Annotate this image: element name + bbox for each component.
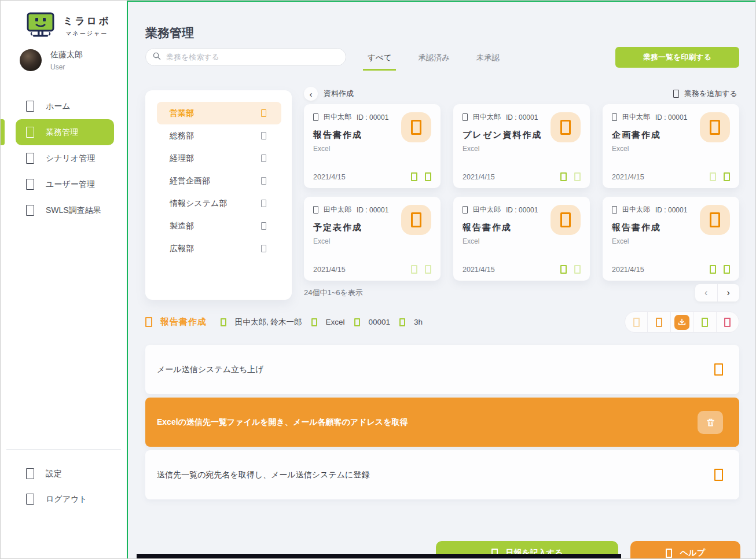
task-card[interactable]: 田中太郎 ID : 00001 プレゼン資料作成 Excel 2021/4/15	[453, 104, 590, 188]
search-box[interactable]	[145, 48, 346, 66]
card-owner: 田中太郎	[473, 205, 501, 215]
status-icon	[710, 265, 716, 274]
person-icon	[463, 206, 468, 214]
next-page-button[interactable]: ›	[718, 284, 740, 301]
step-action-icon[interactable]	[714, 469, 723, 481]
tab-approved[interactable]: 承認済み	[413, 52, 454, 71]
card-date: 2021/4/15	[313, 266, 346, 274]
document-icon	[560, 212, 571, 227]
department-item-public-relations[interactable]: 広報部	[157, 237, 281, 260]
task-type-icon	[401, 205, 431, 235]
sidebar-item-logout[interactable]: ログアウト	[1, 486, 127, 512]
chevron-right-icon	[261, 200, 266, 207]
action-icon	[702, 318, 708, 327]
sidebar-item-label: 業務管理	[46, 127, 78, 138]
card-tool: Excel	[313, 145, 431, 153]
prev-page-button[interactable]: ‹	[695, 284, 718, 301]
task-detail-row: 報告書作成 田中太郎, 鈴木一郎 Excel 00001 3h	[145, 317, 423, 328]
toolbar-action-5[interactable]	[717, 312, 739, 332]
toolbar-action-2[interactable]	[648, 312, 670, 332]
user-profile[interactable]: 佐藤太郎 User	[20, 49, 83, 71]
toolbar-action-4[interactable]	[693, 312, 716, 332]
step-row-selected[interactable]: Excelの送信先一覧ファイルを開き、メール各顧客のアドレスを取得	[145, 398, 739, 447]
department-label: 経営企画部	[170, 176, 210, 186]
app-window: ミラロボ マネージャー 佐藤太郎 User ホーム 業務管理 シナリオ管理	[0, 0, 756, 559]
status-icon	[411, 265, 417, 274]
card-tool: Excel	[313, 237, 431, 245]
sidebar-item-scenario-management[interactable]: シナリオ管理	[1, 145, 127, 171]
robot-logo-icon	[26, 12, 56, 40]
brand-subtitle: マネージャー	[63, 30, 111, 38]
help-button[interactable]: ヘルプ	[630, 541, 740, 559]
sidebar-item-user-management[interactable]: ユーザー管理	[1, 171, 127, 197]
task-group-title: 資料作成	[324, 89, 354, 99]
card-owner: 田中太郎	[324, 112, 351, 122]
task-card[interactable]: 田中太郎 ID : 00001 予定表作成 Excel 2021/4/15	[304, 197, 441, 281]
card-id: ID : 00001	[655, 206, 687, 214]
chevron-right-icon	[261, 155, 266, 162]
add-task-button[interactable]: 業務を追加する	[673, 89, 737, 99]
status-icon	[724, 265, 730, 274]
step-action-icon[interactable]	[714, 363, 723, 376]
sidebar-item-label: ホーム	[46, 101, 71, 112]
toolbar-download-button[interactable]	[671, 312, 693, 332]
task-card[interactable]: 田中太郎 ID : 00001 企画書作成 Excel 2021/4/15	[603, 104, 739, 188]
department-item-general-affairs[interactable]: 総務部	[157, 124, 281, 147]
chevron-right-icon	[261, 245, 266, 252]
sidebar-item-task-management[interactable]: 業務管理	[16, 119, 114, 145]
card-owner: 田中太郎	[622, 205, 650, 215]
step-row[interactable]: メール送信システム立ち上げ	[145, 345, 739, 394]
card-date: 2021/4/15	[612, 173, 644, 181]
sidebar-item-swls-results[interactable]: SWLS調査結果	[1, 197, 127, 223]
card-date: 2021/4/15	[313, 173, 346, 181]
status-icon	[574, 172, 581, 181]
department-item-manufacturing[interactable]: 製造部	[157, 215, 281, 237]
action-icon	[633, 318, 640, 327]
add-task-label: 業務を追加する	[684, 89, 737, 99]
sidebar-item-home[interactable]: ホーム	[1, 93, 127, 119]
page-title: 業務管理	[145, 25, 194, 41]
sidebar-divider	[6, 449, 121, 450]
tab-unapproved[interactable]: 未承認	[472, 52, 505, 71]
department-item-corporate-planning[interactable]: 経営企画部	[157, 170, 281, 192]
search-input[interactable]	[166, 53, 339, 61]
status-icon	[425, 265, 431, 274]
detail-tool: Excel	[326, 318, 345, 326]
step-row[interactable]: 送信先一覧の宛先名を取得し、メール送信システムに登録	[145, 450, 739, 499]
department-label: 広報部	[170, 244, 194, 254]
tab-all[interactable]: すべて	[363, 52, 396, 71]
duration-icon	[399, 318, 405, 326]
task-type-icon	[401, 112, 431, 142]
survey-icon	[26, 205, 34, 216]
card-tool: Excel	[463, 145, 581, 153]
status-icon	[574, 265, 581, 274]
user-name: 佐藤太郎	[50, 50, 83, 60]
settings-icon	[26, 468, 34, 479]
task-card[interactable]: 田中太郎 ID : 00001 報告書作成 Excel 2021/4/15	[603, 197, 739, 281]
department-item-sales[interactable]: 営業部	[157, 102, 281, 124]
search-icon	[153, 52, 161, 62]
person-icon	[463, 113, 468, 121]
back-button[interactable]: ‹	[304, 87, 318, 101]
tool-icon	[311, 318, 317, 326]
chevron-right-icon	[261, 222, 266, 230]
print-task-list-button[interactable]: 業務一覧を印刷する	[615, 47, 739, 68]
logout-icon	[26, 494, 34, 505]
status-icon	[411, 172, 417, 181]
department-label: 経理部	[170, 153, 194, 164]
department-item-information-systems[interactable]: 情報システム部	[157, 192, 281, 215]
task-management-icon	[26, 127, 34, 138]
document-icon	[411, 212, 421, 227]
sidebar: ミラロボ マネージャー 佐藤太郎 User ホーム 業務管理 シナリオ管理	[1, 1, 127, 559]
task-card[interactable]: 田中太郎 ID : 00001 報告書作成 Excel 2021/4/15	[304, 104, 441, 188]
task-card[interactable]: 田中太郎 ID : 00001 報告書作成 Excel 2021/4/15	[453, 197, 590, 281]
toolbar-action-1[interactable]	[625, 312, 648, 332]
department-item-accounting[interactable]: 経理部	[157, 147, 281, 170]
sidebar-item-label: 設定	[46, 469, 62, 479]
sidebar-item-settings[interactable]: 設定	[1, 461, 127, 487]
help-icon	[666, 549, 672, 558]
avatar	[20, 49, 42, 71]
department-label: 製造部	[170, 221, 194, 231]
person-icon	[313, 206, 318, 214]
delete-step-button[interactable]	[698, 411, 723, 434]
